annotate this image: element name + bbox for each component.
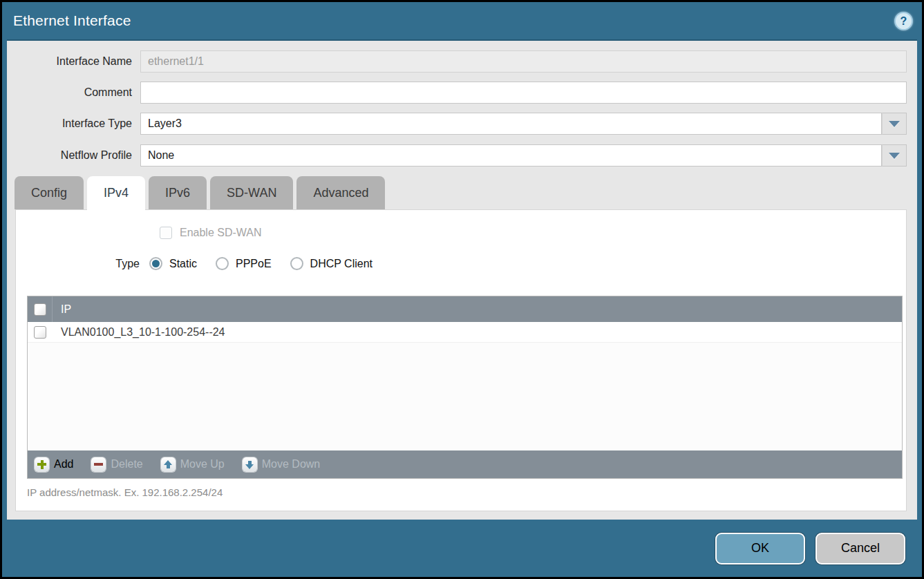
ok-button[interactable]: OK [715,533,805,564]
delete-icon [91,457,106,472]
ip-table-body: VLAN0100_L3_10-1-100-254--24 [28,322,902,450]
interface-type-row: Interface Type Layer3 [7,113,917,135]
ip-table-header: IP [28,296,902,322]
dialog-footer: OK Cancel [2,520,922,577]
delete-button: Delete [91,457,142,472]
radio-pppoe-control[interactable] [216,257,229,270]
type-label: Type [16,258,149,270]
dialog-body: Interface Name Comment Interface Type La… [7,39,917,520]
interface-type-label: Interface Type [7,117,140,130]
netflow-profile-dropdown-button[interactable] [882,144,907,167]
comment-field [140,82,907,104]
interface-name-field [140,50,907,73]
ip-format-hint: IP address/netmask. Ex. 192.168.2.254/24 [27,486,223,498]
row-checkbox[interactable] [34,326,46,339]
dialog-frame: Ethernet Interface ? Interface Name Comm… [2,2,922,577]
tab-config[interactable]: Config [15,176,84,209]
table-row[interactable]: VLAN0100_L3_10-1-100-254--24 [28,322,902,343]
move-up-icon [161,457,176,472]
question-mark-glyph: ? [901,16,907,27]
dialog-title: Ethernet Interface [13,12,131,29]
delete-button-label: Delete [111,458,142,471]
ip-column-header: IP [53,303,71,316]
move-up-button-label: Move Up [180,458,225,471]
radio-static-label: Static [169,258,197,270]
tab-ipv4[interactable]: IPv4 [87,176,145,210]
comment-input[interactable] [140,82,907,104]
netflow-profile-value: None [140,144,882,167]
move-down-icon [243,457,257,472]
comment-label: Comment [7,86,140,99]
select-all-checkbox[interactable] [34,303,46,316]
enable-sdwan-checkbox [160,227,172,239]
radio-pppoe-label: PPPoE [236,258,272,270]
interface-name-input [140,50,907,73]
netflow-profile-row: Netflow Profile None [7,144,917,167]
tab-sdwan[interactable]: SD-WAN [210,176,293,209]
row-checkbox-cell [28,322,53,342]
table-toolbar: Add Delete Move Up Move Down [28,450,902,478]
add-button-label: Add [54,458,73,471]
interface-type-select[interactable]: Layer3 [140,113,907,135]
move-down-button: Move Down [243,457,320,472]
help-icon[interactable]: ? [894,12,913,30]
type-row: Type Static PPPoE DHCP Client [16,257,391,270]
interface-type-value: Layer3 [140,113,882,135]
radio-dhcp-client-control[interactable] [290,257,303,270]
cancel-button[interactable]: Cancel [815,533,905,564]
netflow-profile-label: Netflow Profile [7,149,140,162]
dialog-titlebar: Ethernet Interface ? [2,2,922,39]
enable-sdwan-label: Enable SD-WAN [180,227,262,239]
move-down-button-label: Move Down [262,458,320,471]
radio-static-control[interactable] [149,257,162,270]
radio-dhcp-client[interactable]: DHCP Client [290,257,373,270]
radio-static[interactable]: Static [149,257,197,270]
interface-type-dropdown-button[interactable] [882,113,907,135]
radio-pppoe[interactable]: PPPoE [216,257,272,270]
netflow-profile-select[interactable]: None [140,144,907,167]
tab-bar: Config IPv4 IPv6 SD-WAN Advanced [15,176,385,210]
chevron-down-icon [889,153,900,159]
radio-dhcp-client-label: DHCP Client [310,258,373,270]
add-button[interactable]: Add [35,457,73,472]
comment-row: Comment [7,82,917,104]
tab-advanced[interactable]: Advanced [296,176,385,209]
ip-cell: VLAN0100_L3_10-1-100-254--24 [53,326,225,339]
chevron-down-icon [889,121,900,127]
add-icon [35,457,49,472]
enable-sdwan-row: Enable SD-WAN [160,227,262,239]
move-up-button: Move Up [161,457,225,472]
tab-ipv6[interactable]: IPv6 [149,176,207,209]
interface-name-row: Interface Name [7,50,917,73]
ipv4-tab-panel: Enable SD-WAN Type Static PPPoE DHCP Cli… [15,209,907,511]
header-checkbox-cell [28,296,53,322]
ip-table: IP VLAN0100_L3_10-1-100-254--24 [27,296,903,479]
interface-name-label: Interface Name [7,55,140,68]
ethernet-interface-dialog: Ethernet Interface ? Interface Name Comm… [0,0,924,579]
